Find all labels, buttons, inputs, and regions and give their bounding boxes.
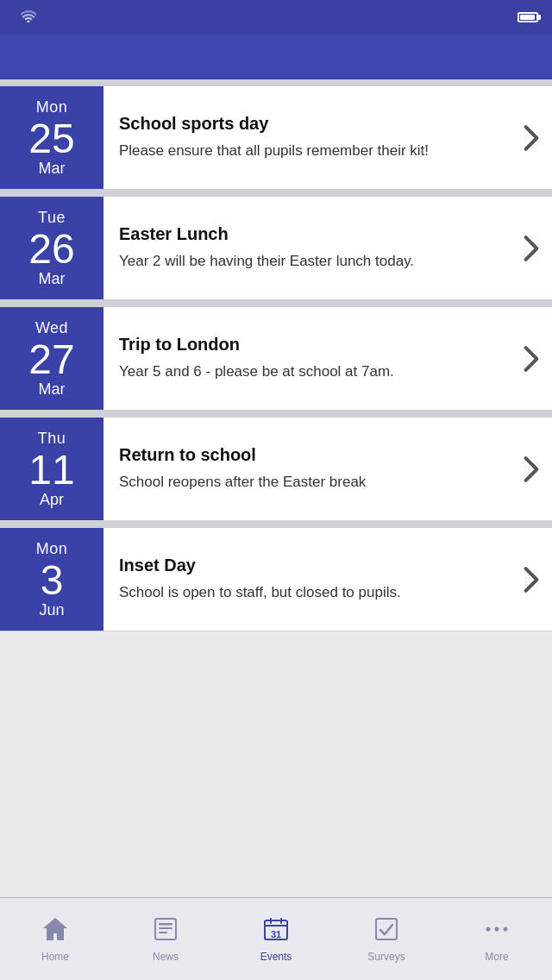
event-description: Please ensure that all pupils remember t… [119,141,511,162]
event-chevron-icon[interactable] [523,197,552,299]
event-chevron-icon[interactable] [523,418,552,520]
event-date-col: Mon 3 Jun [0,528,104,631]
event-day-name: Tue [38,209,66,227]
event-day-num: 26 [28,229,74,270]
event-content: Easter Lunch Year 2 will be having their… [104,197,523,299]
event-date-col: Thu 11 Apr [0,418,104,520]
event-chevron-icon[interactable] [523,528,552,631]
tab-more[interactable]: More [442,898,552,980]
event-month: Jun [39,601,64,619]
events-icon: 31 [262,915,290,947]
event-month: Mar [39,270,66,288]
event-month: Mar [39,160,66,178]
home-icon [41,915,69,947]
event-list: Mon 25 Mar School sports day Please ensu… [0,86,552,631]
event-day-name: Thu [38,430,66,448]
event-description: School is open to staff, but closed to p… [119,582,511,604]
svg-rect-8 [376,919,397,939]
svg-text:31: 31 [271,929,281,939]
event-item[interactable]: Thu 11 Apr Return to school School reope… [0,418,552,521]
event-description: Year 2 will be having their Easter lunch… [119,251,511,273]
more-icon [483,915,511,947]
battery-icon [518,10,538,25]
tab-label-home: Home [41,951,69,963]
event-day-name: Mon [36,98,68,116]
event-date-col: Wed 27 Mar [0,307,104,410]
event-chevron-icon[interactable] [523,307,552,410]
event-month: Mar [39,380,66,399]
event-content: Inset Day School is open to staff, but c… [104,528,523,631]
tab-surveys[interactable]: Surveys [331,898,442,980]
event-description: Year 5 and 6 - please be at school at 7a… [119,361,511,383]
event-day-num: 11 [28,449,74,491]
event-separator [0,300,552,307]
event-item[interactable]: Tue 26 Mar Easter Lunch Year 2 will be h… [0,197,552,300]
svg-point-9 [486,927,491,932]
top-divider [0,79,552,86]
event-day-num: 3 [41,560,64,601]
event-content: Return to school School reopens after th… [104,418,523,520]
event-item[interactable]: Mon 25 Mar School sports day Please ensu… [0,86,552,190]
event-chevron-icon[interactable] [523,86,552,189]
event-item[interactable]: Mon 3 Jun Inset Day School is open to st… [0,528,552,631]
tab-label-events: Events [260,951,292,963]
event-title: Inset Day [119,555,511,575]
event-separator [0,521,552,528]
event-day-name: Mon [36,540,68,558]
event-title: Easter Lunch [119,223,511,244]
event-day-name: Wed [35,319,68,337]
news-icon [152,915,179,947]
svg-rect-3 [159,932,167,933]
event-separator [0,411,552,418]
tab-bar: Home News 31 Events Surveys More [0,897,552,980]
svg-point-10 [495,927,499,932]
wifi-icon [21,10,36,25]
event-content: School sports day Please ensure that all… [104,86,523,189]
svg-point-11 [504,927,508,932]
nav-header [0,35,552,79]
event-month: Apr [40,491,64,509]
surveys-icon [373,915,400,947]
tab-events[interactable]: 31 Events [221,898,331,980]
tab-label-surveys: Surveys [367,951,405,963]
tab-label-news: News [153,951,179,963]
status-bar [0,0,552,35]
event-day-num: 25 [28,118,74,160]
svg-rect-2 [159,927,172,929]
tab-label-more: More [485,951,508,963]
event-date-col: Mon 25 Mar [0,86,104,189]
svg-rect-1 [159,923,172,926]
event-separator [0,190,552,197]
event-day-num: 27 [28,339,74,380]
event-title: Return to school [119,444,511,465]
event-title: School sports day [119,113,511,134]
event-item[interactable]: Wed 27 Mar Trip to London Year 5 and 6 -… [0,307,552,411]
event-description: School reopens after the Easter break [119,472,511,493]
tab-news[interactable]: News [110,898,221,980]
event-date-col: Tue 26 Mar [0,197,104,299]
tab-home[interactable]: Home [0,898,110,980]
event-content: Trip to London Year 5 and 6 - please be … [104,307,523,410]
event-title: Trip to London [119,334,511,355]
